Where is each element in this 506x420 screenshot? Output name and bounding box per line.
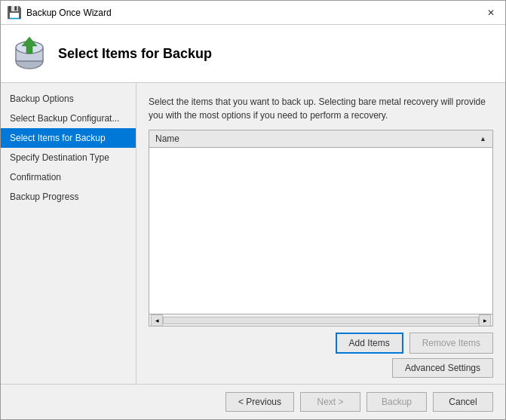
scroll-left-arrow[interactable]: ◂: [151, 314, 163, 326]
page-title: Select Items for Backup: [58, 46, 212, 62]
app-icon: 💾: [7, 5, 22, 20]
previous-button[interactable]: < Previous: [225, 392, 294, 412]
wizard-header: Select Items for Backup: [1, 25, 505, 83]
scrollbar-track[interactable]: [163, 317, 479, 324]
cancel-button[interactable]: Cancel: [433, 392, 493, 412]
sidebar-item-backup-options[interactable]: Backup Options: [1, 89, 136, 109]
scroll-right-arrow[interactable]: ▸: [479, 314, 491, 326]
table-body[interactable]: [149, 148, 492, 314]
header-icon: [11, 35, 48, 72]
titlebar-left: 💾 Backup Once Wizard: [7, 5, 112, 20]
advanced-settings-button[interactable]: Advanced Settings: [392, 358, 493, 378]
main-content: Backup Options Select Backup Configurat.…: [1, 83, 505, 384]
wizard-footer: < Previous Next > Backup Cancel: [1, 384, 505, 419]
sidebar: Backup Options Select Backup Configurat.…: [1, 83, 136, 384]
sidebar-item-specify-destination[interactable]: Specify Destination Type: [1, 148, 136, 167]
sort-icon: ▲: [480, 135, 486, 143]
column-name: Name: [155, 133, 179, 144]
wizard-window: 💾 Backup Once Wizard ✕ Select Items for …: [0, 0, 506, 420]
action-buttons-row: Add Items Remove Items: [149, 333, 493, 354]
items-table: Name ▲ ◂ ▸: [149, 130, 493, 326]
titlebar: 💾 Backup Once Wizard ✕: [1, 1, 505, 25]
backup-button[interactable]: Backup: [366, 392, 427, 412]
window-title: Backup Once Wizard: [26, 8, 112, 18]
close-button[interactable]: ✕: [483, 6, 499, 20]
table-header: Name ▲: [149, 130, 492, 148]
advanced-settings-row: Advanced Settings: [149, 358, 493, 378]
remove-items-button[interactable]: Remove Items: [409, 333, 493, 354]
sidebar-item-select-backup-config[interactable]: Select Backup Configurat...: [1, 109, 136, 128]
add-items-button[interactable]: Add Items: [336, 333, 403, 354]
sidebar-item-select-items[interactable]: Select Items for Backup: [1, 128, 136, 148]
content-area: Select the items that you want to back u…: [136, 83, 505, 384]
description-text: Select the items that you want to back u…: [149, 95, 493, 122]
next-button[interactable]: Next >: [300, 392, 360, 412]
scrollbar-bottom: ◂ ▸: [149, 314, 492, 326]
sidebar-item-confirmation[interactable]: Confirmation: [1, 167, 136, 187]
sidebar-item-backup-progress[interactable]: Backup Progress: [1, 187, 136, 207]
